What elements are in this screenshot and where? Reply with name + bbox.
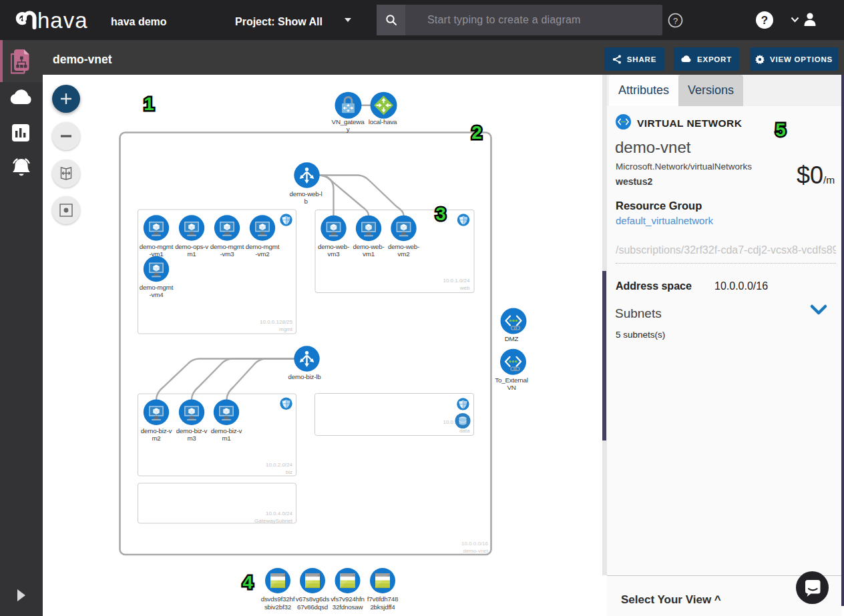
svg-text:dsvds9f32hf: dsvds9f32hf — [261, 595, 295, 603]
svg-text:67v86dqsd: 67v86dqsd — [297, 603, 328, 611]
svg-text:demo-mgmt: demo-mgmt — [140, 284, 174, 291]
svg-text:10.0.1.0/24: 10.0.1.0/24 — [443, 278, 470, 284]
svg-text:GatewaySubnet: GatewaySubnet — [254, 518, 293, 524]
svg-text:10.0.4.0/24: 10.0.4.0/24 — [266, 511, 293, 517]
svg-text:demo-biz-v: demo-biz-v — [176, 427, 208, 434]
svg-text:demo-vnet: demo-vnet — [463, 548, 489, 554]
svg-text:demo-biz-v: demo-biz-v — [211, 427, 242, 434]
svg-text:demo-web-: demo-web- — [388, 243, 419, 250]
svg-text:demo-web-: demo-web- — [353, 243, 384, 250]
svg-text:m3: m3 — [187, 434, 196, 442]
svg-text:3: 3 — [435, 204, 446, 224]
svg-text:5: 5 — [775, 119, 786, 140]
svg-text:m2: m2 — [152, 434, 160, 442]
svg-text:vfs7v924hfn: vfs7v924hfn — [331, 595, 365, 603]
svg-text:data: data — [459, 428, 470, 434]
svg-text:m1: m1 — [187, 250, 196, 258]
svg-text:biz: biz — [286, 469, 292, 475]
svg-text:vm3: vm3 — [328, 250, 341, 258]
svg-text:demo-mgmt: demo-mgmt — [246, 243, 280, 250]
svg-text:-vm1: -vm1 — [150, 250, 164, 258]
svg-text:?: ? — [673, 16, 678, 26]
svg-text:b: b — [304, 198, 308, 205]
svg-text:local-hava: local-hava — [369, 118, 397, 125]
svg-text:y: y — [347, 125, 350, 133]
svg-text:vm1: vm1 — [363, 250, 375, 258]
svg-text:-vm4: -vm4 — [150, 291, 164, 298]
svg-text:VN: VN — [507, 384, 515, 391]
svg-text:sbiv2bf32: sbiv2bf32 — [264, 603, 291, 611]
svg-text:demo-ops-v: demo-ops-v — [175, 243, 208, 250]
svg-text:-vm3: -vm3 — [220, 250, 235, 258]
svg-text:To_External: To_External — [495, 376, 528, 384]
svg-text:1: 1 — [144, 93, 154, 114]
svg-text:web: web — [459, 285, 470, 291]
svg-text:vm2: vm2 — [398, 250, 410, 258]
svg-text:demo-mgmt: demo-mgmt — [210, 243, 244, 250]
svg-text:4: 4 — [242, 572, 253, 593]
svg-text:2: 2 — [471, 122, 482, 143]
svg-text:?: ? — [761, 14, 768, 27]
svg-text:m1: m1 — [222, 434, 230, 442]
svg-text:10.0.0.0/16: 10.0.0.0/16 — [461, 541, 489, 547]
svg-text:32fdnosaw: 32fdnosaw — [333, 603, 364, 611]
svg-text:10.0.2.0/24: 10.0.2.0/24 — [266, 462, 293, 468]
svg-text:demo-biz-lb: demo-biz-lb — [288, 373, 322, 380]
svg-text:mgmt: mgmt — [279, 326, 293, 332]
svg-text:demo-web-: demo-web- — [318, 243, 349, 250]
svg-text:-vm2: -vm2 — [256, 250, 270, 258]
svg-text:v67s8vg6ds: v67s8vg6ds — [296, 595, 330, 603]
svg-text:demo-mgmt: demo-mgmt — [140, 243, 174, 250]
svg-text:f7v8fdh748: f7v8fdh748 — [367, 595, 399, 603]
svg-text:2bksjdff4: 2bksjdff4 — [370, 603, 395, 611]
svg-text:demo-biz-v: demo-biz-v — [141, 427, 172, 434]
svg-text:VN_gatewa: VN_gatewa — [332, 118, 365, 125]
svg-text:10.0.0.128/25: 10.0.0.128/25 — [260, 319, 292, 325]
svg-text:DMZ: DMZ — [505, 335, 519, 342]
svg-text:demo-web-l: demo-web-l — [289, 190, 322, 198]
